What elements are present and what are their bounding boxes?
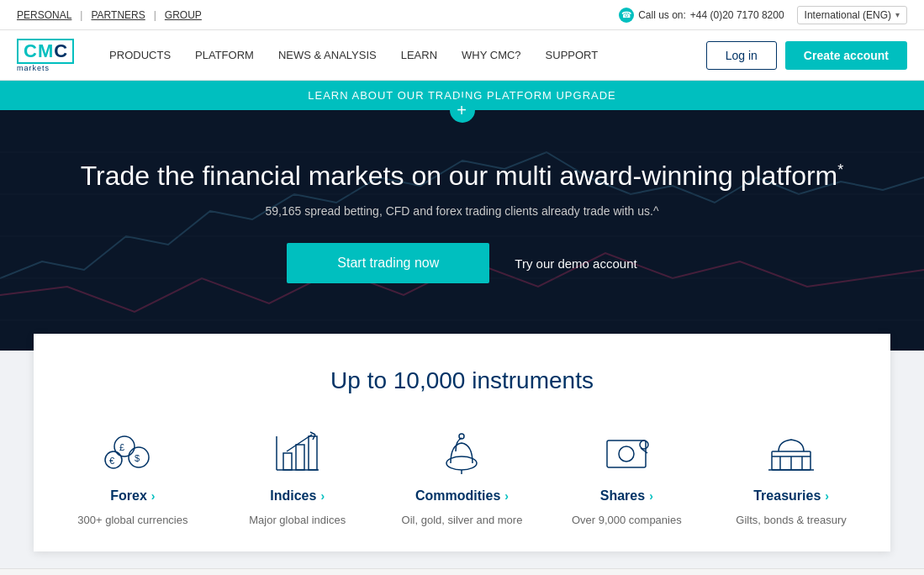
nav-item-learn[interactable]: LEARN <box>391 42 447 68</box>
svg-rect-14 <box>296 445 304 470</box>
logo-c2: C <box>54 42 67 61</box>
svg-text:£: £ <box>119 442 124 452</box>
hero-subtext: 59,165 spread betting, CFD and forex tra… <box>17 204 907 218</box>
logo-subtitle: markets <box>17 64 50 72</box>
banner-expand-icon[interactable]: + <box>450 98 475 123</box>
top-bar: PERSONAL | PARTNERS | GROUP ☎ Call us on… <box>0 0 924 30</box>
instrument-commodities[interactable]: Commodities › Oil, gold, silver and more <box>380 428 545 526</box>
svg-line-17 <box>313 435 315 440</box>
nav-menu: PRODUCTS PLATFORM NEWS & ANALYSIS LEARN … <box>99 42 608 68</box>
language-selector[interactable]: International (ENG) ▾ <box>797 6 907 24</box>
login-button[interactable]: Log in <box>706 41 777 70</box>
instrument-indices[interactable]: Indices › Major global indices <box>215 428 380 526</box>
nav-link-why-cmc[interactable]: WHY CMC? <box>451 42 531 68</box>
nav-left: C M C markets PRODUCTS PLATFORM NEWS & A… <box>17 39 608 72</box>
hero-section: Trade the financial markets on our multi… <box>0 110 924 351</box>
indices-name: Indices › <box>270 488 325 504</box>
hero-headline: Trade the financial markets on our multi… <box>17 161 907 192</box>
nav-group[interactable]: GROUP <box>165 9 202 21</box>
phone-area: ☎ Call us on: +44 (0)20 7170 8200 <box>619 8 784 23</box>
forex-name: Forex › <box>110 488 155 504</box>
treasuries-desc: Gilts, bonds & treasury <box>736 514 847 526</box>
nav-item-platform[interactable]: PLATFORM <box>185 42 264 68</box>
shares-name: Shares › <box>600 488 653 504</box>
logo-c1: C <box>24 42 37 61</box>
nav-link-platform[interactable]: PLATFORM <box>185 42 264 68</box>
svg-text:$: $ <box>135 453 140 463</box>
nav-item-support[interactable]: SUPPORT <box>536 42 609 68</box>
logo-m: M <box>38 42 53 61</box>
svg-line-16 <box>310 432 315 435</box>
chevron-down-icon: ▾ <box>895 10 900 19</box>
start-trading-button[interactable]: Start trading now <box>287 243 489 283</box>
shares-desc: Over 9,000 companies <box>572 514 682 526</box>
separator1: | <box>80 9 82 21</box>
hero-headline-text: Trade the financial markets on our multi… <box>81 161 838 191</box>
separator2: | <box>154 9 156 21</box>
commodities-arrow-icon: › <box>504 489 509 503</box>
nav-item-products[interactable]: PRODUCTS <box>99 42 181 68</box>
nav-link-learn[interactable]: LEARN <box>391 42 447 68</box>
phone-label: Call us on: <box>638 9 686 21</box>
commodities-label: Commodities <box>415 488 500 504</box>
risk-warning: Spread bets and CFDs are complex instrum… <box>0 568 924 575</box>
treasuries-icon <box>762 428 821 478</box>
shares-label: Shares <box>600 488 645 504</box>
svg-text:€: € <box>109 456 114 466</box>
forex-desc: 300+ global currencies <box>77 514 187 526</box>
treasuries-label: Treasuries <box>753 488 821 504</box>
instruments-section: Up to 10,000 instruments £ $ € Forex <box>34 334 890 551</box>
commodities-icon <box>432 428 491 478</box>
instruments-heading: Up to 10,000 instruments <box>50 367 874 394</box>
hero-headline-sup: * <box>837 161 843 178</box>
commodities-name: Commodities › <box>415 488 509 504</box>
svg-rect-13 <box>283 453 292 470</box>
hero-buttons: Start trading now Try our demo account <box>17 243 907 283</box>
trading-platform-banner[interactable]: LEARN ABOUT OUR TRADING PLATFORM UPGRADE… <box>0 81 924 110</box>
nav-item-why-cmc[interactable]: WHY CMC? <box>451 42 531 68</box>
indices-icon <box>268 428 327 478</box>
logo[interactable]: C M C markets <box>17 39 74 72</box>
indices-label: Indices <box>270 488 316 504</box>
forex-label: Forex <box>110 488 147 504</box>
main-nav: C M C markets PRODUCTS PLATFORM NEWS & A… <box>0 30 924 81</box>
top-bar-right: ☎ Call us on: +44 (0)20 7170 8200 Intern… <box>619 6 907 24</box>
lang-label: International (ENG) <box>805 9 891 21</box>
shares-icon <box>597 428 656 478</box>
cmc-letters: C M C <box>24 42 67 61</box>
demo-account-button[interactable]: Try our demo account <box>515 256 636 271</box>
svg-point-22 <box>619 446 634 462</box>
instrument-treasuries[interactable]: Treasuries › Gilts, bonds & treasury <box>709 428 874 526</box>
instrument-shares[interactable]: Shares › Over 9,000 companies <box>544 428 709 526</box>
nav-link-support[interactable]: SUPPORT <box>536 42 609 68</box>
phone-icon: ☎ <box>619 8 634 23</box>
top-bar-nav: PERSONAL | PARTNERS | GROUP <box>17 9 202 21</box>
hero-content: Trade the financial markets on our multi… <box>17 161 907 283</box>
svg-rect-15 <box>309 436 317 470</box>
treasuries-name: Treasuries › <box>753 488 829 504</box>
nav-partners[interactable]: PARTNERS <box>91 9 145 21</box>
indices-arrow-icon: › <box>320 489 325 503</box>
instrument-forex[interactable]: £ $ € Forex › 300+ global currencies <box>50 428 215 526</box>
treasuries-arrow-icon: › <box>825 489 829 503</box>
create-account-button[interactable]: Create account <box>785 41 907 70</box>
indices-desc: Major global indices <box>249 514 346 526</box>
nav-item-news[interactable]: NEWS & ANALYSIS <box>268 42 387 68</box>
phone-number: +44 (0)20 7170 8200 <box>690 9 784 21</box>
logo-box: C M C <box>17 39 74 64</box>
nav-right: Log in Create account <box>706 41 907 70</box>
instruments-grid: £ $ € Forex › 300+ global currencies <box>50 428 874 526</box>
forex-arrow-icon: › <box>151 489 156 503</box>
forex-icon: £ $ € <box>103 428 162 478</box>
commodities-desc: Oil, gold, silver and more <box>402 514 523 526</box>
nav-personal[interactable]: PERSONAL <box>17 9 71 21</box>
shares-arrow-icon: › <box>649 489 653 503</box>
nav-link-products[interactable]: PRODUCTS <box>99 42 181 68</box>
nav-link-news[interactable]: NEWS & ANALYSIS <box>268 42 387 68</box>
